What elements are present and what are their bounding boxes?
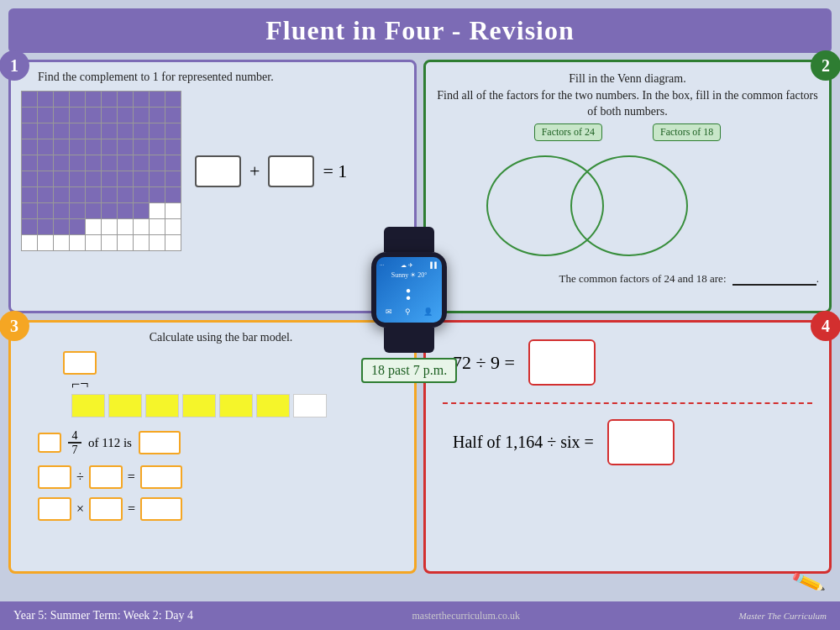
q1-answer-box-2[interactable] — [268, 155, 314, 187]
grid-cell — [150, 139, 165, 155]
eq-sign-1: = — [128, 470, 135, 485]
fraction-row: 4 7 of 112 is — [38, 429, 181, 457]
plus-sign: + — [249, 160, 260, 182]
quadrant-1: 1 Find the complement to 1 for represent… — [8, 60, 417, 313]
grid-cell — [134, 123, 149, 139]
calc-row-2: × = — [38, 497, 182, 521]
grid-cell — [70, 203, 85, 218]
grid-cell — [54, 155, 69, 171]
calc-row-1: ÷ = — [38, 465, 182, 489]
div-sign-1: ÷ — [76, 470, 84, 485]
grid-cell — [38, 108, 53, 123]
grid-cell — [118, 155, 133, 171]
grid-cell — [118, 123, 133, 139]
q1-answer-box-1[interactable] — [195, 155, 241, 187]
grid-cell — [118, 203, 133, 218]
grid-cell — [70, 219, 85, 234]
grid-cell — [22, 171, 37, 186]
brace-answer-box[interactable] — [63, 351, 97, 375]
grid-cell — [70, 92, 85, 107]
eq-sign-2: = — [128, 501, 135, 517]
grid-cell — [150, 171, 165, 186]
grid-cell — [38, 123, 53, 139]
grid-cell — [150, 187, 165, 202]
smartwatch-overlay: ··· ☁ ✈ ▌▌ Sunny ☀ 20° : ✉ ⚲ 👤 18 past 7… — [361, 227, 457, 383]
watch-weather: Sunny ☀ 20° — [380, 271, 438, 279]
bar-seg-6 — [256, 394, 290, 417]
fraction-display: 4 7 — [68, 429, 81, 457]
grid-cell — [150, 123, 165, 139]
grid-cell — [70, 108, 85, 123]
q2-title: Fill in the Venn diagram. Find all of th… — [436, 71, 819, 120]
grid-cell — [38, 235, 53, 250]
grid-cell — [134, 219, 149, 234]
grid-cell — [102, 108, 117, 123]
bar-segments — [71, 394, 327, 417]
grid-cell — [134, 203, 149, 218]
q4-answer-box-top[interactable] — [528, 339, 596, 386]
grid-cell — [134, 155, 149, 171]
answer-line — [732, 284, 816, 286]
q1-equation: + = 1 — [195, 155, 347, 187]
grid-cell — [22, 235, 37, 250]
calc-box-2b[interactable] — [89, 497, 123, 521]
page-header: Fluent in Four - Revision — [8, 8, 832, 53]
grid-cell — [38, 203, 53, 218]
calc-box-2a[interactable] — [38, 497, 71, 521]
grid-cell — [22, 92, 37, 107]
bar-seg-7 — [293, 394, 327, 417]
bar-seg-1 — [71, 394, 105, 417]
quadrant-2: 2 Fill in the Venn diagram. Find all of … — [423, 60, 832, 313]
grid-cell — [102, 219, 117, 234]
grid-cell — [102, 171, 117, 186]
grid-cell — [134, 171, 149, 186]
bar-seg-2 — [108, 394, 142, 417]
grid-cell — [38, 92, 53, 107]
watch-strap-bottom — [384, 328, 434, 353]
grid-cell — [54, 171, 69, 186]
watch-status-bar: ··· ☁ ✈ ▌▌ — [380, 262, 438, 269]
grid-cell — [150, 203, 165, 218]
watch-icon-msg: ✉ — [386, 307, 392, 316]
grid-cell — [118, 171, 133, 186]
calc-result-1[interactable] — [140, 465, 182, 489]
q4-equation-bottom: Half of 1,164 ÷ six = — [453, 433, 594, 452]
q4-answer-box-bottom[interactable] — [607, 419, 675, 465]
grid-cell — [22, 108, 37, 123]
watch-icon-person: 👤 — [423, 307, 433, 316]
grid-cell — [22, 139, 37, 155]
grid-cell — [134, 235, 149, 250]
grid-cell — [38, 219, 53, 234]
calc-box-1b[interactable] — [89, 465, 123, 489]
grid-cell — [86, 171, 101, 186]
grid-cell — [54, 123, 69, 139]
grid-cell — [86, 123, 101, 139]
grid-cell — [102, 203, 117, 218]
grid-cell — [118, 92, 133, 107]
grid-cell — [22, 187, 37, 202]
grid-cell — [150, 219, 165, 234]
venn-labels: Factors of 24 Factors of 18 — [436, 123, 819, 141]
grid-cell — [86, 155, 101, 171]
grid-cell — [134, 92, 149, 107]
grid-cell — [38, 171, 53, 186]
grid-cell — [54, 139, 69, 155]
grid-cell — [22, 203, 37, 218]
q4-divider — [443, 402, 812, 404]
times-sign: × — [76, 501, 84, 517]
fraction-left-box[interactable] — [38, 433, 61, 453]
bar-seg-5 — [219, 394, 253, 417]
watch-signal: ▌▌ — [430, 262, 438, 269]
grid-cell — [165, 187, 181, 202]
footer-right: Master The Curriculum — [739, 611, 827, 621]
brace-top — [63, 351, 97, 375]
calc-result-2[interactable] — [140, 497, 182, 521]
grid-cell — [102, 139, 117, 155]
venn-circle-right — [570, 155, 688, 256]
grid-cell — [134, 139, 149, 155]
q4-top: 72 ÷ 9 = — [436, 331, 819, 399]
watch-wifi: ☁ ✈ — [401, 262, 413, 269]
fraction-answer-box[interactable] — [139, 431, 181, 454]
calc-box-1a[interactable] — [38, 465, 71, 489]
brace-symbol: ⌐¬ — [71, 380, 88, 389]
